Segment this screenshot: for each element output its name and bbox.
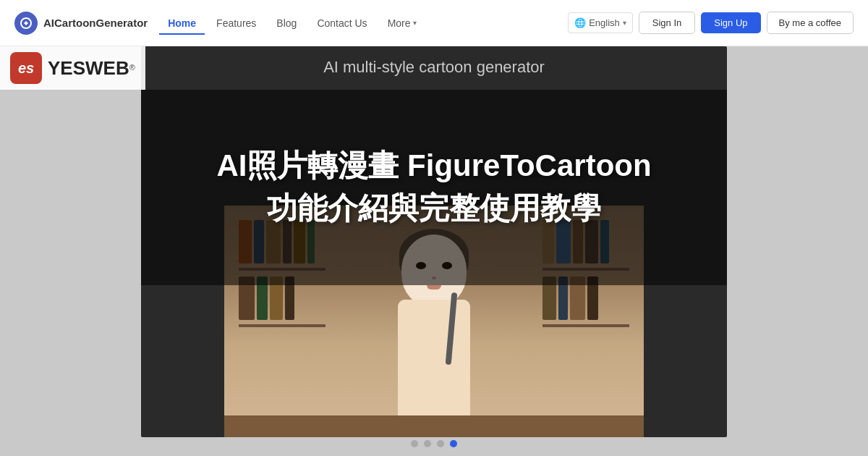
lang-chevron-icon: ▾: [623, 19, 626, 27]
watermark-logo: es YESWEB®: [0, 46, 145, 90]
watermark-text: YESWEB®: [48, 57, 135, 80]
signup-button[interactable]: Sign Up: [701, 12, 760, 33]
nav-right: 🌐 English ▾ Sign In Sign Up By me a coff…: [568, 12, 854, 34]
language-selector[interactable]: 🌐 English ▾: [568, 12, 633, 33]
slide-text-overlay: AI照片轉漫畫 FigureToCartoon 功能介紹與完整使用教學: [141, 90, 727, 285]
desk: [224, 415, 644, 437]
nav-link-home[interactable]: Home: [159, 12, 205, 35]
nav-link-features[interactable]: Features: [208, 12, 265, 35]
dot-1[interactable]: [411, 440, 418, 447]
signin-button[interactable]: Sign In: [639, 12, 695, 34]
nav-links: Home Features Blog Contact Us More ▾: [159, 12, 568, 35]
dot-3[interactable]: [437, 440, 444, 447]
nav-link-contact[interactable]: Contact Us: [308, 12, 375, 35]
nav-logo-area[interactable]: AICartoonGenerator: [14, 12, 148, 35]
dot-2[interactable]: [424, 440, 431, 447]
nav-link-blog[interactable]: Blog: [268, 12, 305, 35]
chevron-down-icon: ▾: [413, 19, 417, 27]
nav-link-more[interactable]: More ▾: [379, 12, 425, 35]
character-body: [398, 300, 470, 415]
coffee-button[interactable]: By me a coffee: [767, 12, 854, 34]
globe-icon: 🌐: [574, 17, 586, 28]
navbar: AICartoonGenerator Home Features Blog Co…: [0, 0, 868, 46]
watermark-icon: es: [10, 52, 42, 84]
dots-container: [411, 440, 457, 447]
slide-subtitle: AI multi-style cartoon generator: [141, 58, 727, 77]
slide-container: AI multi-style cartoon generator AI照片轉漫畫…: [141, 46, 727, 437]
main-area: AI multi-style cartoon generator AI照片轉漫畫…: [0, 46, 868, 456]
nav-logo-icon: [14, 12, 38, 35]
slide-background: AI multi-style cartoon generator AI照片轉漫畫…: [141, 46, 727, 437]
slide-main-text: AI照片轉漫畫 FigureToCartoon 功能介紹與完整使用教學: [216, 145, 651, 230]
nav-brand: AICartoonGenerator: [43, 17, 148, 29]
dot-4[interactable]: [450, 440, 457, 447]
